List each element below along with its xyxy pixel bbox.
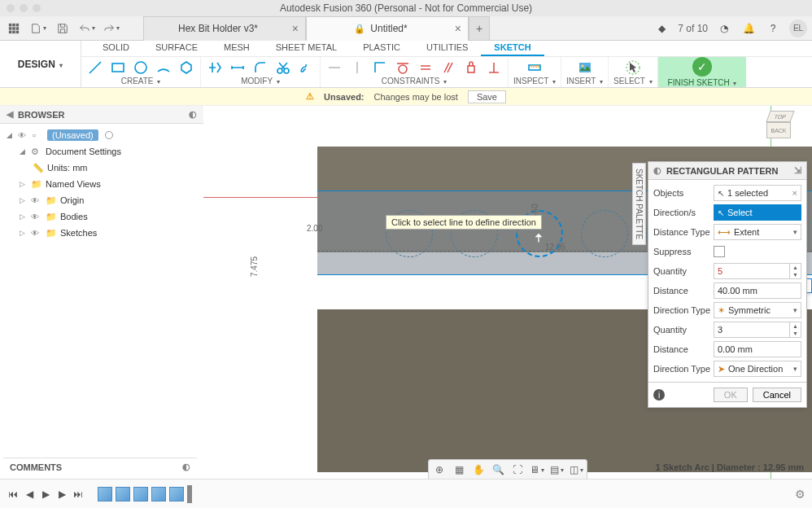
sketch-palette-tab[interactable]: SKETCH PALETTE (632, 163, 646, 245)
timeline-back-icon[interactable]: ◀ (23, 488, 36, 501)
viewcube-top[interactable]: TOP (766, 111, 794, 122)
tree-row[interactable]: 📏 Units: mm (0, 160, 203, 176)
orbit-icon[interactable]: ⊕ (430, 462, 448, 478)
collapse-icon[interactable]: ◀ (7, 109, 13, 120)
mirror-tool-icon[interactable] (206, 59, 224, 77)
timeline-feature[interactable] (151, 487, 166, 501)
close-icon[interactable]: × (455, 22, 461, 35)
user-avatar[interactable]: EL (789, 20, 807, 37)
timeline-feature[interactable] (169, 487, 184, 501)
save-icon[interactable] (54, 20, 72, 37)
group-label[interactable]: CREATE ▾ (121, 77, 161, 85)
canvas[interactable]: Click to select line to define direction… (203, 106, 812, 479)
data-panel-icon[interactable] (5, 20, 23, 37)
measure-tool-icon[interactable] (526, 59, 544, 77)
suppress-checkbox[interactable] (714, 246, 725, 257)
help-icon[interactable]: ? (765, 20, 781, 37)
expand-icon[interactable]: ◢ (7, 131, 15, 139)
tree-row[interactable]: ▷ 👁 📁 Bodies (0, 208, 203, 225)
group-label[interactable]: SELECT ▾ (613, 77, 653, 85)
quantity-input[interactable]: 5▲▼ (714, 263, 801, 279)
cancel-button[interactable]: Cancel (753, 388, 801, 402)
pin-icon[interactable]: ⇲ (794, 165, 801, 176)
ribbon-tab-surface[interactable]: SURFACE (142, 41, 211, 56)
insert-image-icon[interactable] (576, 59, 594, 77)
spin-down[interactable]: ▼ (790, 330, 801, 337)
fix-constraint-icon[interactable] (462, 59, 480, 77)
window-close[interactable] (7, 4, 15, 12)
window-maximize[interactable] (33, 4, 41, 12)
trim-tool-icon[interactable] (274, 59, 292, 77)
direction-type-dropdown[interactable]: ✶Symmetric▾ (714, 302, 801, 318)
activate-radio[interactable] (105, 131, 113, 139)
new-tab-button[interactable]: + (469, 16, 490, 41)
timeline-feature[interactable] (133, 487, 148, 501)
dimension-tool-icon[interactable] (229, 59, 247, 77)
select-tool-icon[interactable] (624, 59, 642, 77)
visibility-icon[interactable]: 👁 (31, 212, 42, 221)
visibility-icon[interactable]: 👁 (31, 229, 42, 238)
doc-tab-2[interactable]: 🔒 Untitled* × (306, 16, 469, 41)
gear-icon[interactable]: ⚙ (795, 488, 805, 501)
parallel-constraint-icon[interactable] (439, 59, 457, 77)
spin-up[interactable]: ▲ (790, 264, 801, 271)
window-minimize[interactable] (20, 4, 28, 12)
close-icon[interactable]: × (292, 22, 299, 35)
pattern-instance[interactable] (581, 210, 628, 257)
circle-tool-icon[interactable] (132, 59, 150, 77)
undo-icon[interactable]: ▾ (78, 20, 96, 37)
ribbon-tab-sketch[interactable]: SKETCH (481, 41, 544, 56)
expand-icon[interactable]: ▷ (20, 196, 28, 204)
distance-type-dropdown[interactable]: ⟷Extent▾ (714, 224, 801, 240)
direction-selector[interactable]: ↖Select (714, 204, 801, 221)
expand-icon[interactable]: ◢ (20, 147, 28, 155)
doc-tab-1[interactable]: Hex Bit Holder v3* × (143, 16, 306, 41)
fit-icon[interactable]: ⛶ (509, 462, 526, 478)
pan-icon[interactable]: ✋ (469, 462, 487, 478)
direction-type-dropdown[interactable]: ➤One Direction▾ (714, 361, 801, 377)
ribbon-tab-mesh[interactable]: MESH (211, 41, 263, 56)
group-label[interactable]: MODIFY ▾ (241, 77, 280, 85)
group-label[interactable]: INSERT ▾ (566, 77, 603, 85)
notifications-icon[interactable]: 🔔 (740, 20, 757, 37)
timeline-play-icon[interactable]: ▶ (39, 488, 52, 501)
look-at-icon[interactable]: ▦ (450, 462, 468, 478)
fillet-tool-icon[interactable] (251, 59, 269, 77)
visibility-icon[interactable]: 👁 (18, 131, 29, 140)
line-tool-icon[interactable] (86, 59, 104, 77)
timeline-feature[interactable] (116, 487, 130, 501)
job-status-icon[interactable]: ◔ (716, 20, 732, 37)
ribbon-tab-solid[interactable]: SOLID (89, 41, 142, 56)
expand-icon[interactable]: ▷ (20, 180, 28, 188)
timeline-start-icon[interactable]: ⏮ (7, 488, 20, 501)
tree-row[interactable]: ◢ ⚙ Document Settings (0, 143, 203, 160)
vertical-constraint-icon[interactable] (348, 59, 366, 77)
objects-selector[interactable]: ↖1 selected× (714, 185, 801, 201)
quantity-input[interactable]: 3▲▼ (714, 322, 801, 338)
tree-row[interactable]: ▷ 👁 📁 Sketches (0, 225, 203, 241)
distance-input[interactable]: 0.00 mm (714, 341, 801, 357)
ok-button[interactable]: OK (714, 388, 748, 402)
tree-row[interactable]: ▷ 📁 Named Views (0, 176, 203, 192)
workspace-switcher[interactable]: DESIGN ▾ (0, 41, 81, 87)
zoom-icon[interactable]: 🔍 (489, 462, 507, 478)
ribbon-tab-utilities[interactable]: UTILITIES (413, 41, 481, 56)
tree-root[interactable]: ◢ 👁 ▫ (Unsaved) (0, 127, 203, 143)
dimension-label[interactable]: 7.475 (250, 256, 259, 277)
file-menu-icon[interactable]: ▾ (29, 20, 47, 37)
window-controls[interactable] (7, 4, 41, 12)
grid-settings-icon[interactable]: ▤▾ (548, 462, 565, 478)
timeline-end-icon[interactable]: ⏭ (72, 488, 85, 501)
timeline-feature[interactable] (98, 487, 112, 501)
equal-constraint-icon[interactable] (417, 59, 434, 77)
spin-up[interactable]: ▲ (790, 322, 801, 330)
display-settings-icon[interactable]: 🖥▾ (528, 462, 546, 478)
polygon-tool-icon[interactable] (177, 59, 195, 77)
extensions-icon[interactable]: ◆ (653, 20, 670, 37)
comments-header[interactable]: COMMENTS ◐ (3, 458, 197, 475)
view-cube[interactable]: TOP BACK (763, 109, 799, 145)
dimension-label[interactable]: 12.95 (545, 243, 565, 252)
group-label[interactable]: INSPECT ▾ (513, 77, 556, 85)
offset-tool-icon[interactable] (297, 59, 315, 77)
visibility-icon[interactable]: 👁 (31, 196, 42, 205)
